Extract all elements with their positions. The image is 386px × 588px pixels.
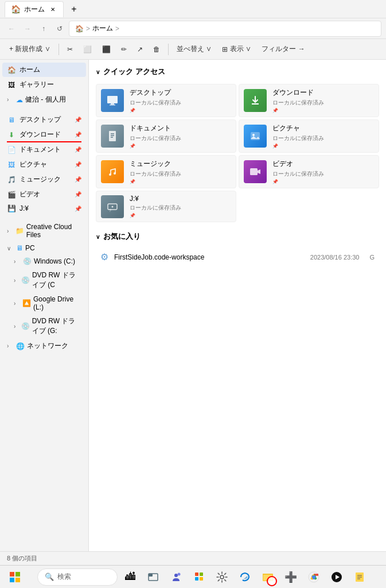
delete-button[interactable]: 🗑	[149, 41, 165, 57]
sidebar-item-gallery[interactable]: 🖼 ギャラリー	[2, 78, 86, 92]
taskbar-plus-btn[interactable]: ➕	[280, 567, 301, 587]
svg-rect-0	[107, 96, 118, 103]
start-button[interactable]	[5, 567, 25, 587]
qa-document-name: ドキュメント	[130, 123, 181, 133]
svg-rect-19	[15, 578, 20, 582]
sidebar-item-pc[interactable]: ∨ 🖥 PC	[2, 242, 86, 254]
document-label: ドキュメント	[20, 145, 71, 154]
music-label: ミュージック	[20, 175, 71, 184]
chevron-right-dvd2-icon: ›	[14, 323, 19, 330]
qa-picture-name: ピクチャ	[272, 123, 324, 133]
video-label: ビデオ	[20, 189, 71, 199]
sort-button[interactable]: 並べ替え ∨	[172, 41, 216, 57]
taskbar-notes-btn[interactable]	[349, 567, 370, 587]
qa-picture[interactable]: ピクチャ ローカルに保存済み 📌	[239, 119, 379, 153]
taskbar-media-btn[interactable]	[326, 567, 347, 587]
status-bar: 8 個の項目	[0, 551, 386, 565]
fav-workspace-name: FirstSideJob.code-workspace	[114, 253, 305, 261]
chevron-right-cloud-icon: ›	[7, 228, 13, 234]
sidebar-item-music[interactable]: 🎵 ミュージック 📌	[2, 172, 86, 187]
home-icon-path: 🏠	[75, 25, 84, 33]
pc-icon: 🖥	[16, 244, 23, 252]
pin-icon-desktop: 📌	[75, 117, 81, 123]
qa-music-sub: ローカルに保存済み	[130, 170, 181, 178]
taskbar-teams-btn[interactable]	[166, 567, 186, 587]
toolbar-divider-1	[59, 44, 59, 55]
quick-access-header[interactable]: ∨ クイック アクセス	[96, 64, 379, 79]
qa-document[interactable]: ドキュメント ローカルに保存済み 📌	[96, 119, 236, 153]
taskbar-store-btn[interactable]	[189, 567, 209, 587]
home-label: ホーム	[20, 65, 81, 75]
share-button[interactable]: ↗	[132, 41, 147, 57]
qa-desktop-name: デスクトップ	[130, 88, 181, 98]
copy-button[interactable]: ⬜	[79, 41, 96, 57]
svg-point-23	[177, 572, 180, 575]
favorites-chevron-icon: ∨	[96, 234, 100, 240]
sidebar-item-video[interactable]: 🎬 ビデオ 📌	[2, 187, 86, 202]
taskbar-widget-btn[interactable]: 🏙	[120, 567, 141, 587]
taskbar-file-btn[interactable]	[143, 567, 163, 587]
sidebar-item-document[interactable]: 📄 ドキュメント 📌	[2, 142, 86, 157]
qa-music-pin: 📌	[130, 179, 181, 184]
qa-document-pin: 📌	[130, 144, 181, 149]
sidebar-item-home[interactable]: 🏠 ホーム	[2, 63, 86, 77]
path-home: ホーム	[92, 24, 113, 33]
sidebar-item-yen[interactable]: 💾 J:¥ 📌	[2, 202, 86, 215]
qa-download[interactable]: ダウンロード ローカルに保存済み 📌	[239, 84, 379, 117]
quick-access-grid: デスクトップ ローカルに保存済み 📌 ダウンロード ローカルに保存済み 📌	[96, 84, 379, 222]
chevron-right-network-icon: ›	[7, 343, 14, 349]
taskbar-files-btn[interactable]	[258, 567, 278, 587]
qa-download-info: ダウンロード ローカルに保存済み 📌	[272, 88, 324, 113]
address-path[interactable]: 🏠 > ホーム >	[69, 21, 381, 37]
pin-icon-music: 📌	[75, 176, 81, 183]
up-button[interactable]: ↑	[37, 22, 50, 36]
sidebar-item-download[interactable]: ⬇ ダウンロード 📌	[2, 127, 86, 142]
qa-document-sub: ローカルに保存済み	[130, 134, 181, 142]
rename-button[interactable]: ✏	[116, 41, 131, 57]
paste-icon[interactable]: ⬛	[98, 41, 115, 57]
cut-button[interactable]: ✂	[63, 41, 77, 57]
sidebar-item-kenjo[interactable]: › ☁ 健治 - 個人用	[2, 92, 86, 107]
sidebar-item-picture[interactable]: 🖼 ピクチャ 📌	[2, 157, 86, 172]
active-tab[interactable]: 🏠 ホーム ✕	[5, 1, 64, 17]
view-label: 表示 ∨	[230, 44, 251, 54]
taskbar-left	[5, 567, 25, 587]
taskbar-settings-btn[interactable]	[212, 567, 232, 587]
qa-yen-sub: ローカルに保存済み	[130, 204, 181, 212]
refresh-button[interactable]: ↺	[53, 22, 67, 36]
back-button[interactable]: ←	[5, 22, 18, 36]
pc-label: PC	[25, 244, 35, 252]
forward-button[interactable]: →	[21, 22, 34, 36]
taskbar-center: 🔍 検索 🏙 ➕	[37, 567, 370, 587]
sidebar-item-gdrive[interactable]: › 🔼 Google Drive (L:)	[2, 293, 86, 314]
new-button[interactable]: + 新規作成 ∨	[5, 41, 55, 57]
fav-item-workspace[interactable]: ⚙ FirstSideJob.code-workspace 2023/08/16…	[96, 249, 379, 265]
svg-point-11	[114, 172, 116, 175]
yen-label: J:¥	[20, 204, 71, 212]
files-circle-annotation	[267, 576, 277, 586]
favorites-title: お気に入り	[103, 231, 141, 242]
qa-desktop-pin: 📌	[130, 108, 181, 113]
sidebar-item-desktop[interactable]: 🖥 デスクトップ 📌	[2, 113, 86, 127]
filter-button[interactable]: フィルター →	[257, 41, 309, 57]
qa-music[interactable]: ミュージック ローカルに保存済み 📌	[96, 155, 236, 188]
sidebar-item-dvd2[interactable]: › 💿 DVD RW ドライブ (G:	[2, 314, 86, 338]
taskbar-search[interactable]: 🔍 検索	[37, 568, 118, 586]
desktop-label: デスクトップ	[20, 115, 71, 125]
favorites-header[interactable]: ∨ お気に入り	[96, 229, 379, 244]
sidebar-item-cloud[interactable]: › 📁 Creative Cloud Files	[2, 220, 86, 241]
new-tab-button[interactable]: +	[66, 1, 82, 17]
tab-close-button[interactable]: ✕	[48, 5, 57, 14]
taskbar-edge-btn[interactable]	[235, 567, 255, 587]
sidebar-item-network[interactable]: › 🌐 ネットワーク	[2, 339, 86, 353]
qa-desktop[interactable]: デスクトップ ローカルに保存済み 📌	[96, 84, 236, 117]
svg-rect-16	[10, 572, 14, 577]
taskbar-chrome-btn[interactable]	[303, 567, 324, 587]
qa-desktop-icon	[101, 89, 124, 112]
sidebar-item-dvd1[interactable]: › 💿 DVD RW ドライブ (C	[2, 268, 86, 292]
qa-yen[interactable]: ? J:¥ ローカルに保存済み 📌	[96, 191, 236, 222]
qa-video-icon	[244, 160, 267, 183]
sidebar-item-windows[interactable]: › 💿 Windows (C:)	[2, 255, 86, 268]
view-button[interactable]: ⊞ 表示 ∨	[217, 41, 256, 57]
qa-video[interactable]: ビデオ ローカルに保存済み 📌	[239, 155, 379, 188]
